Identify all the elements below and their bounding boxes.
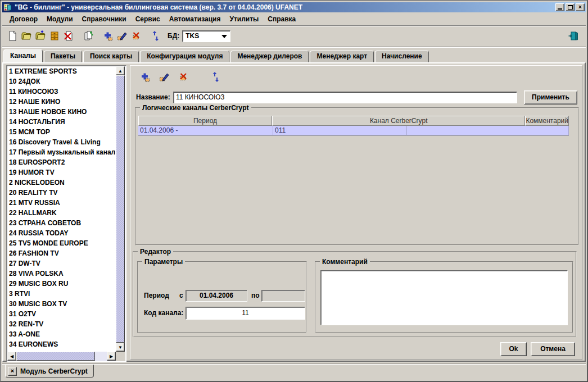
exit-door-icon[interactable] (567, 29, 580, 43)
db-select[interactable]: TKS (182, 30, 230, 42)
scroll-left-icon[interactable]: ◀ (7, 352, 16, 361)
delete-document-icon[interactable] (62, 29, 75, 43)
delete-record-icon[interactable] (177, 70, 190, 84)
channel-list-item[interactable]: 1 EXTREME SPORTS (7, 66, 116, 76)
tab[interactable]: Менеджер дилеров (230, 51, 309, 62)
horizontal-scrollbar[interactable]: ◀ ▶ (7, 352, 116, 361)
close-button[interactable]: × (576, 3, 585, 11)
menu-item[interactable]: Справочники (78, 14, 131, 24)
bottom-tab-bar: × Модуль CerberCrypt (2, 363, 586, 378)
channel-list-item[interactable]: 14 НОСТАЛЬГИЯ (7, 117, 116, 127)
maximize-button[interactable] (566, 3, 575, 11)
channel-list-item[interactable]: 28 VIVA POLSKA (7, 269, 116, 279)
channel-list-item[interactable]: 16 Discovery Travel & Living (7, 137, 116, 147)
channel-list-item[interactable]: 24 RUSSIA TODAY (7, 228, 116, 238)
close-icon[interactable]: × (8, 367, 17, 376)
name-row: Название: 11 КИНОСОЮЗ Применить (130, 90, 582, 105)
channel-list-item[interactable]: 32 REN-TV (7, 319, 116, 329)
channel-list-item[interactable]: 33 A-ONE (7, 329, 116, 339)
scroll-down-icon[interactable]: ▼ (116, 343, 125, 352)
name-label: Название: (136, 93, 170, 101)
editor-toolbar (138, 70, 223, 84)
channel-name-input[interactable]: 11 КИНОСОЮЗ (173, 92, 517, 103)
period-from-field[interactable]: 01.04.2006 (186, 290, 247, 302)
module-tabs: КаналыПакетыПоиск картыКонфигурация моду… (3, 49, 585, 62)
title-bar: "BG - биллинг" - универсальная биллингов… (2, 2, 586, 12)
import-folder-icon[interactable] (34, 29, 47, 43)
channel-list-item[interactable]: 23 СТРАНА СОВЕТОВ (7, 218, 116, 228)
vertical-scrollbar[interactable]: ▲ ▼ (116, 66, 125, 352)
window-title: "BG - биллинг" - универсальная биллингов… (15, 3, 555, 11)
channel-code-input[interactable]: 11 (186, 307, 305, 320)
menu-item[interactable]: Модули (42, 14, 77, 24)
channel-list-item[interactable]: 17 Первый музыкальный канал (7, 147, 116, 157)
channel-list-item[interactable]: 18 EUROSPORT2 (7, 157, 116, 167)
column-header[interactable]: Комментарий (525, 116, 569, 126)
tab-content-panel: 1 EXTREME SPORTS10 24ДОК11 КИНОСОЮЗ12 НА… (2, 62, 586, 362)
channel-list-item[interactable]: 2 NICKELODEON (7, 178, 116, 188)
table-row[interactable]: 01.04.2006 - 011 (138, 126, 569, 136)
tab[interactable]: Менеджер карт (310, 51, 374, 62)
channel-list-item[interactable]: 11 КИНОСОЮЗ (7, 87, 116, 97)
cancel-button[interactable]: Отмена (531, 342, 575, 356)
copy-document-icon[interactable] (82, 29, 95, 43)
card-file-icon[interactable] (48, 29, 61, 43)
tab[interactable]: Каналы (3, 49, 43, 62)
bottom-tab-label: Модуль CerberCrypt (20, 367, 88, 375)
channel-list-item[interactable]: 15 MCM TOP (7, 127, 116, 137)
tab[interactable]: Пакеты (44, 51, 82, 62)
apply-button[interactable]: Применить (524, 90, 577, 104)
channel-list-item[interactable]: 12 НАШЕ КИНО (7, 97, 116, 107)
menu-item[interactable]: Сервис (131, 14, 165, 24)
menu-item[interactable]: Утилиты (225, 14, 263, 24)
divider (2, 47, 586, 48)
tab[interactable]: Начисление (375, 51, 429, 62)
column-header[interactable]: Период (138, 116, 272, 126)
add-record-icon[interactable] (138, 70, 152, 84)
column-header[interactable]: Канал CerberCrypt (272, 116, 525, 126)
scroll-right-icon[interactable]: ▶ (107, 352, 116, 361)
channel-list-item[interactable]: 3 RTVI (7, 289, 116, 299)
menu-item[interactable]: Справка (263, 14, 300, 24)
db-selected-value: TKS (186, 32, 199, 40)
logical-channels-table: ПериодКанал CerberCryptКомментарий 01.04… (138, 116, 569, 136)
channel-list-item[interactable]: 25 TV5 MONDE EUROPE (7, 238, 116, 248)
channel-list-item[interactable]: 21 MTV RUSSIA (7, 198, 116, 208)
db-label: БД: (168, 32, 179, 40)
refresh-icon[interactable] (209, 70, 223, 84)
channel-list-item[interactable]: 19 HUMOR TV (7, 167, 116, 178)
horizontal-scroll-thumb[interactable] (16, 352, 95, 361)
channel-list-item[interactable]: 31 O2TV (7, 309, 116, 319)
delete-record-icon[interactable] (129, 29, 143, 43)
tab[interactable]: Конфигурация модуля (140, 51, 229, 62)
edit-record-icon[interactable] (157, 70, 171, 84)
open-folder-icon[interactable] (20, 29, 33, 43)
refresh-icon[interactable] (149, 29, 162, 43)
channel-list-item[interactable]: 20 REALITY TV (7, 188, 116, 198)
channel-list-item[interactable]: 30 MUSIC BOX TV (7, 299, 116, 309)
group-title: Комментарий (320, 258, 370, 266)
comment-textarea[interactable] (320, 270, 568, 325)
menu-item[interactable]: Договор (5, 14, 42, 24)
minimize-button[interactable] (555, 3, 564, 11)
channel-list-item[interactable]: 26 FASHION TV (7, 248, 116, 258)
new-document-icon[interactable] (6, 29, 19, 43)
tab[interactable]: Поиск карты (83, 51, 139, 62)
channel-list-frame: 1 EXTREME SPORTS10 24ДОК11 КИНОСОЮЗ12 НА… (6, 65, 126, 362)
channel-list-item[interactable]: 13 НАШЕ НОВОЕ КИНО (7, 107, 116, 117)
scroll-up-icon[interactable]: ▲ (116, 66, 125, 75)
channel-list-item[interactable]: 29 MUSIC BOX RU (7, 279, 116, 289)
channel-list-item[interactable]: 22 HALLMARK (7, 208, 116, 218)
ok-button[interactable]: Ok (500, 342, 527, 356)
period-label: Период (144, 292, 169, 299)
menu-item[interactable]: Автоматизация (165, 14, 225, 24)
comment-group: Комментарий (315, 261, 573, 333)
bottom-tab-module[interactable]: × Модуль CerberCrypt (5, 365, 94, 378)
add-record-icon[interactable] (101, 29, 115, 43)
channel-list-item[interactable]: 10 24ДОК (7, 76, 116, 87)
period-to-field[interactable] (261, 290, 305, 302)
vertical-scroll-thumb[interactable] (116, 75, 125, 343)
edit-record-icon[interactable] (115, 29, 129, 43)
channel-list-item[interactable]: 27 DW-TV (7, 258, 116, 269)
channel-list-item[interactable]: 34 EURONEWS (7, 339, 116, 349)
